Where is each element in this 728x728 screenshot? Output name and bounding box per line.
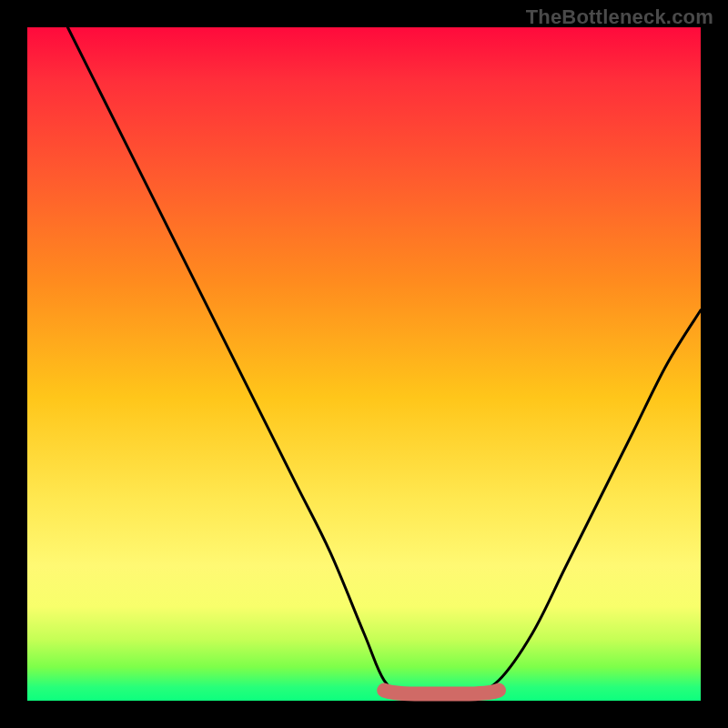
chart-frame: TheBottleneck.com <box>0 0 728 728</box>
plot-area <box>27 27 701 701</box>
bottleneck-curve <box>67 27 701 702</box>
bottleneck-curve-svg <box>27 27 701 701</box>
watermark-text: TheBottleneck.com <box>526 5 713 29</box>
flat-region-highlight <box>384 691 499 694</box>
